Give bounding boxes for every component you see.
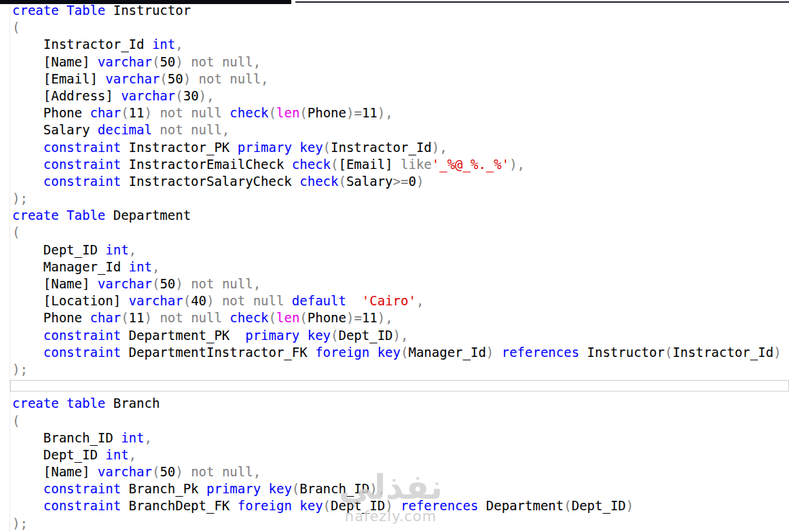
code-line[interactable]: ); [12,515,789,532]
code-token: constraint [43,328,121,343]
code-token: [Location] [12,293,129,308]
code-line[interactable]: constraint Branch_Pk primary key(Branch_… [12,480,789,497]
code-token: 50 [160,464,175,479]
code-token: 50 [160,276,175,291]
code-token: len [276,105,299,120]
code-line[interactable]: create Table Instructor [12,2,789,19]
code-editor[interactable]: create Table Instructor( Instractor_Id i… [0,0,789,532]
code-token: Branch_Pk [121,481,206,496]
code-line[interactable]: ); [12,361,789,378]
current-line-highlight[interactable] [12,378,789,395]
code-line[interactable]: [Name] varchar(50) not null, [12,463,789,480]
code-token [59,3,67,18]
code-token: constraint [43,345,121,360]
code-token: [Name] [12,54,98,69]
code-token: , [175,37,183,52]
code-token: char [90,105,121,120]
code-token: constraint [43,157,121,172]
code-token: 11 [129,310,145,325]
code-token: check [292,157,331,172]
code-token: Department [105,208,191,223]
code-token: ( [121,105,128,120]
code-line[interactable]: ( [12,19,789,36]
code-line[interactable]: [Location] varchar(40) not null default … [12,292,789,309]
code-line[interactable]: constraint InstractorEmailCheck check([E… [12,156,789,173]
code-token: ( [12,20,20,35]
code-line[interactable]: [Name] varchar(50) not null, [12,276,789,292]
code-token: 30 [183,88,199,103]
code-line[interactable]: Phone char(11) not null check(len(Phone)… [12,104,789,121]
code-token: create table [12,396,105,411]
code-token: 11 [362,310,378,325]
code-line[interactable]: create Table Department [12,207,789,224]
code-line[interactable]: constraint DepartmentInstractor_FK forei… [12,344,789,361]
code-line[interactable]: Dept_ID int, [12,242,789,259]
code-token: int [129,259,152,274]
code-line[interactable]: create table Branch [12,395,789,412]
code-token: ( [299,105,307,120]
code-line[interactable]: constraint Instractor_PK primary key(Ins… [12,139,789,156]
code-line[interactable]: Instractor_Id int, [12,36,789,53]
code-token: ( [152,54,160,69]
code-token: 50 [168,71,183,86]
code-token [12,140,43,155]
code-token: Instractor_Id [331,140,432,155]
code-token: Phone [308,105,346,120]
code-token: ) not null, [175,464,261,479]
code-token: Dept_ID [331,498,385,513]
code-line[interactable]: [Address] varchar(30), [12,88,789,104]
code-line[interactable]: ( [12,224,789,241]
code-token: ( [12,225,20,240]
code-token: ( [323,140,331,155]
code-line[interactable]: ); [12,190,789,207]
code-token: Phone [12,105,90,120]
code-token: Dept_ID [12,242,105,257]
code-line[interactable]: Dept_ID int, [12,446,789,463]
code-token: Phone [308,310,346,325]
code-token: BranchDept_FK [121,498,238,513]
code-token: 11 [129,105,145,120]
code-token: )= [346,310,362,325]
code-token: constraint [43,481,121,496]
code-line[interactable]: Phone char(11) not null check(len(Phone)… [12,309,789,326]
code-token [12,328,43,343]
code-line[interactable]: ( [12,413,789,430]
code-token: Branch_ID [12,430,121,445]
code-token: ) [626,498,634,513]
code-token [346,293,362,308]
code-token: Branch_ID [299,481,369,496]
code-token: 'Cairo' [362,293,416,308]
code-line[interactable]: Manager_Id int, [12,259,789,276]
code-token: 50 [160,54,175,69]
code-token: constraint [43,140,121,155]
code-line[interactable]: Branch_ID int, [12,430,789,446]
sql-editor-screen: create Table Instructor( Instractor_Id i… [0,0,789,532]
code-token: ( [152,276,160,291]
code-token: Department [478,498,564,513]
code-token: [Address] [12,88,121,103]
code-token: ) [416,174,424,189]
code-token: ) [385,498,401,513]
code-token: foreign key [238,498,323,513]
code-token: )= [346,105,362,120]
top-bar-left-segment [0,0,291,4]
code-token: ), [432,140,447,155]
code-token: , [144,430,151,445]
code-line[interactable]: [Email] varchar(50) not null, [12,71,789,88]
code-token: references [401,498,478,513]
code-token: check [230,310,268,325]
code-token: ) not null, [183,71,269,86]
code-token: Table [67,208,105,223]
code-token [12,345,43,360]
code-token: ); [12,516,28,531]
code-token: ); [12,362,28,377]
code-token: ( [160,71,167,86]
code-line[interactable]: [Name] varchar(50) not null, [12,54,789,71]
code-token: foreign key [315,345,401,360]
code-line[interactable]: constraint InstractorSalaryCheck check(S… [12,173,789,190]
code-token: Salary [346,174,393,189]
code-line[interactable]: constraint Department_PK primary key(Dep… [12,327,789,344]
code-line[interactable]: constraint BranchDept_FK foreign key(Dep… [12,497,789,514]
code-token: ), [378,105,393,120]
code-line[interactable]: Salary decimal not null, [12,121,789,138]
